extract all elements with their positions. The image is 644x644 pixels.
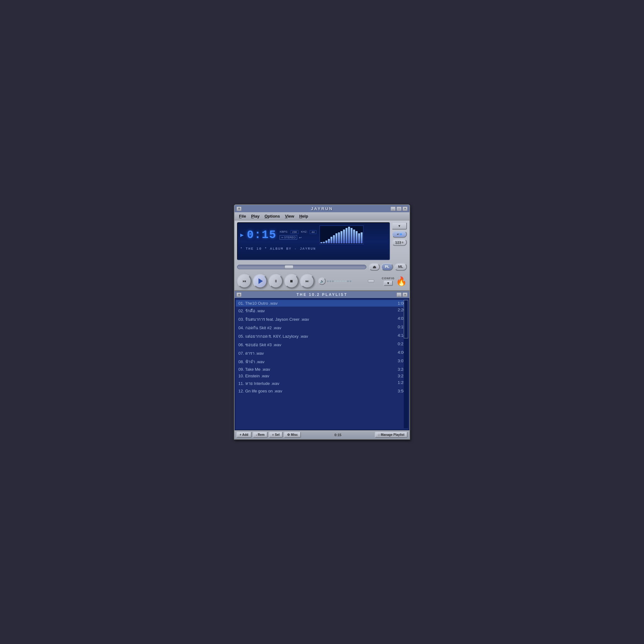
menu-help[interactable]: Help [297,213,310,219]
spectrum-bar [338,232,340,243]
misc-button[interactable]: ⚙ Misc [284,432,301,438]
player-window: ⚙ JAYRUN _ □ ✕ File Play Options View He… [234,204,410,291]
spectrum-bar [361,232,363,243]
eq-dot-10 [350,280,351,282]
pl-close-button[interactable]: ✕ [403,292,408,297]
spectrum-bar [336,233,337,243]
pl-icon-btn[interactable]: ⚙ [236,292,241,297]
spectrum-bar [343,230,345,243]
eq-dot-7 [342,280,344,282]
track-name: 07. ดารา .wav [238,350,393,357]
playlist-item[interactable]: 10. Einstein .wav3:23 [236,373,408,379]
playlist-item[interactable]: 06. ซอบฮ่อ Skit #3 .wav0:21 [236,341,408,349]
play-indicator: ▶ [240,232,244,237]
playlist-title-controls: _ ✕ [397,292,408,297]
next-button[interactable]: ⏭ [300,274,314,288]
scrolling-title: * THE 10 * ALBUM BY - JAYRUN [240,247,387,251]
repeat-button[interactable]: ↩ [392,231,407,238]
kbps-khz-row: KBPS: 230 KHZ: 44 [280,230,316,234]
menu-bar: File Play Options View Help [235,212,409,220]
khz-label: KHZ: [301,230,308,234]
manage-playlist-button[interactable]: □ Manage Playlist [375,432,408,438]
khz-value: 44 [310,230,316,234]
seek-row: ⏏ PL ML [235,262,409,272]
title-bar-left-btn[interactable]: ⚙ [236,207,241,211]
playlist-window: ⚙ THE 10.2 PLAYLIST _ ✕ 01. The10 Outro … [234,291,410,440]
track-name: 03. จินตนาการ feat. Jayson Creer .wav [238,316,393,323]
eq-dot-4 [335,280,336,282]
config-area: CONFIG ▼ 🔥 [382,276,407,286]
config-label: CONFIG [382,277,395,280]
stop-button[interactable]: ⏹ [284,274,299,288]
app-container: ⚙ JAYRUN _ □ ✕ File Play Options View He… [234,204,410,440]
spectrum-bar [363,230,364,243]
playlist-item[interactable]: 07. ดารา .wav4:00 [236,349,408,358]
track-name: 02. รักคือ .wav [238,308,393,314]
rem-button[interactable]: - Rem [253,432,268,438]
playlist-scrollbar[interactable] [404,300,408,428]
eq-dot-9 [347,280,349,282]
volume-row: 🔊 [318,277,378,285]
spectrum-bar [325,241,327,243]
sel-button[interactable]: ≡ Sel [269,432,283,438]
pause-button[interactable]: ⏸ [269,274,283,288]
eq-dot-5 [337,280,339,282]
maximize-button[interactable]: □ [397,207,402,211]
eq-dot-2 [330,280,331,282]
spectrum-bar [353,230,355,243]
menu-file[interactable]: File [237,213,248,219]
player-title: JAYRUN [311,206,333,211]
playlist-item[interactable]: 01. The10 Outro .wav1:00 [236,300,408,307]
menu-view[interactable]: View [283,213,296,219]
volume-handle[interactable] [368,280,374,283]
spectrum-bar [328,239,330,243]
playlist-item[interactable]: 09. Take Me .wav3:24 [236,366,408,373]
track-name: 06. ซอบฮ่อ Skit #3 .wav [238,341,393,348]
spectrum-bar [346,228,347,243]
scrollbar-thumb[interactable] [404,300,408,338]
seek-handle[interactable] [285,265,293,269]
ml-button[interactable]: ML [394,263,407,271]
eq-dot-3 [332,280,334,282]
seek-bar[interactable] [237,265,366,269]
title-bar-controls: _ □ ✕ [391,207,408,211]
kbps-label: KBPS: [280,230,288,234]
stereo-badge: ∞ STEREO [280,235,297,240]
minimize-button[interactable]: _ [391,207,396,211]
playlist-item[interactable]: 02. รักคือ .wav2:20 [236,307,408,315]
playlist-footer: + Add - Rem ≡ Sel ⚙ Misc 0:15 □ Manage P… [235,430,409,439]
track-name: 09. Take Me .wav [238,367,393,372]
title-icon-btn[interactable]: ⚙ [236,207,241,211]
prev-button[interactable]: ⏮ [237,274,252,288]
playlist-item[interactable]: 04. กอดกัน Skit #2 .wav0:15 [236,324,408,332]
volume-slider[interactable] [353,280,378,282]
repeat-icon: ↩ [299,236,302,239]
add-button[interactable]: + Add [236,432,252,438]
shuffle-button[interactable]: 1̲2̲3̲ [392,239,407,246]
playlist-item[interactable]: 03. จินตนาการ feat. Jayson Creer .wav4:0… [236,315,408,324]
eq-dots [327,280,351,282]
spectrum-display [319,225,364,244]
track-name: 01. The10 Outro .wav [238,301,393,306]
pl-title-left-btn[interactable]: ⚙ [236,292,241,297]
playlist-item[interactable]: 12. Gn life goes on .wav3:56 [236,388,408,394]
eq-dot-8 [345,280,346,282]
volume-icon[interactable]: 🔊 [318,277,326,285]
menu-options[interactable]: Options [263,213,282,219]
playlist-item[interactable]: 05. แด่อยากกอด ft. K6Y, Lazyloxy .wav4:1… [236,332,408,341]
track-name: 08. ฟ้าจำ .wav [238,358,393,365]
transport-row: ⏮ ⏸ ⏹ ⏭ 🔊 [235,272,409,290]
close-button[interactable]: ✕ [403,207,408,211]
eq-dot-6 [340,280,341,282]
spectrum-bar [320,242,322,243]
playlist-item[interactable]: 08. ฟ้าจำ .wav3:07 [236,358,408,366]
spectrum-bar [333,235,335,243]
menu-play[interactable]: Play [249,213,261,219]
playlist-item[interactable]: 11. หาย Interlude .wav1:25 [236,379,408,388]
config-dropdown-button[interactable]: ▼ [384,280,393,286]
eject-button[interactable]: ⏏ [369,263,380,271]
pl-minimize-button[interactable]: _ [397,292,402,297]
play-button[interactable] [253,274,267,288]
eq-dropdown-button[interactable]: ▼ [392,222,407,230]
pl-button[interactable]: PL [381,263,393,271]
